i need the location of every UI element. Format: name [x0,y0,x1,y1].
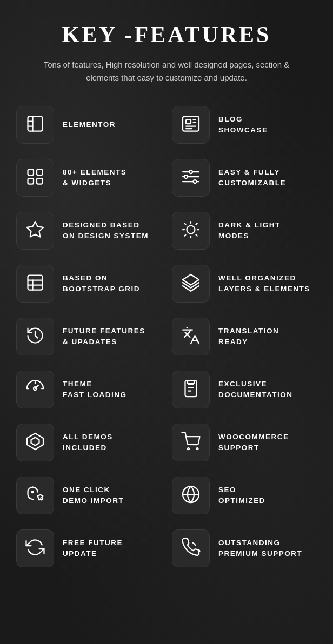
bootstrap-icon [25,273,45,294]
feature-item-customizable: EASY & FULLY CUSTOMIZABLE [172,159,317,197]
translation-icon [181,326,201,347]
layers-icon-box [172,265,210,303]
design-system-icon [25,220,45,242]
feature-item-all-demos: ALL DEMOS INCLUDED [16,424,161,461]
svg-point-49 [197,448,198,450]
all-demos-label: ALL DEMOS INCLUDED [63,432,113,454]
svg-marker-37 [183,274,199,285]
svg-point-50 [32,491,34,493]
svg-rect-0 [28,117,43,131]
blog-showcase-icon-box [172,106,210,144]
elementor-icon [25,114,45,136]
feature-item-woocommerce: WOOCOMMERCE SUPPORT [172,424,317,461]
customizable-icon [181,167,201,189]
documentation-label: EXCLUSIVE DOCUMENTATION [218,379,293,401]
feature-item-seo: SEO OPTIMIZED [172,477,317,514]
bootstrap-label: BASED ON BOOTSTRAP GRID [63,273,140,295]
features-grid: ELEMENTORBLOG SHOWCASE80+ ELEMENTS & WID… [16,106,317,567]
elementor-label: ELEMENTOR [63,119,116,130]
one-click-icon-box [16,477,54,514]
customizable-icon-box [172,159,210,197]
svg-rect-13 [37,178,43,184]
feature-item-elements-widgets: 80+ ELEMENTS & WIDGETS [16,159,161,197]
premium-support-icon [181,538,201,559]
svg-rect-41 [185,380,197,397]
one-click-label: ONE CLICK DEMO IMPORT [63,485,124,507]
feature-item-free-update: FREE FUTURE UPDATE [16,529,161,567]
feature-item-elementor: ELEMENTOR [16,106,161,144]
dark-light-icon-box [172,212,210,250]
svg-marker-23 [27,222,43,237]
page-header: KEY -FEATURES Tons of features, High res… [16,22,317,84]
feature-item-documentation: EXCLUSIVE DOCUMENTATION [172,371,317,408]
one-click-icon [25,485,45,506]
svg-rect-33 [28,276,43,290]
seo-icon [181,485,201,506]
dark-light-icon [181,220,201,242]
svg-line-31 [184,235,185,236]
dark-light-label: DARK & LIGHT MODES [218,220,281,242]
feature-item-blog-showcase: BLOG SHOWCASE [172,106,317,144]
feature-item-fast-loading: THEME FAST LOADING [16,371,161,408]
feature-item-design-system: DESIGNED BASED ON DESIGN SYSTEM [16,212,161,250]
svg-rect-5 [186,120,191,124]
feature-item-future-features: FUTURE FEATURES & UPADATES [16,318,161,355]
svg-marker-46 [27,433,43,450]
svg-line-28 [196,235,197,236]
woocommerce-icon [181,432,201,453]
documentation-icon-box [172,371,210,408]
layers-icon [181,273,201,294]
all-demos-icon-box [16,424,54,461]
future-features-icon [25,326,45,347]
documentation-icon [181,379,201,400]
blog-showcase-label: BLOG SHOWCASE [218,114,268,136]
blog-showcase-icon [181,114,201,136]
woocommerce-label: WOOCOMMERCE SUPPORT [218,432,289,454]
elements-widgets-icon [25,167,45,189]
feature-item-one-click: ONE CLICK DEMO IMPORT [16,477,161,514]
future-features-label: FUTURE FEATURES & UPADATES [63,326,145,348]
design-system-icon-box [16,212,54,250]
feature-item-bootstrap: BASED ON BOOTSTRAP GRID [16,265,161,303]
feature-item-layers: WELL ORGANIZED LAYERS & ELEMENTS [172,265,317,303]
svg-marker-47 [31,438,39,446]
feature-item-premium-support: OUTSTANDING PREMIUM SUPPORT [172,529,317,567]
translation-icon-box [172,318,210,355]
seo-icon-box [172,477,210,514]
premium-support-icon-box [172,529,210,567]
svg-rect-10 [28,170,34,176]
future-features-icon-box [16,318,54,355]
woocommerce-icon-box [172,424,210,461]
feature-item-translation: TRANSLATION READY [172,318,317,355]
customizable-label: EASY & FULLY CUSTOMIZABLE [218,167,286,189]
page-title: KEY -FEATURES [16,22,317,48]
free-update-label: FREE FUTURE UPDATE [63,538,123,560]
svg-rect-11 [37,170,43,176]
free-update-icon [25,538,45,559]
elementor-icon-box [16,106,54,144]
layers-label: WELL ORGANIZED LAYERS & ELEMENTS [218,273,310,295]
svg-rect-12 [28,178,34,184]
bootstrap-icon-box [16,265,54,303]
svg-line-27 [184,223,185,224]
fast-loading-label: THEME FAST LOADING [63,379,127,401]
design-system-label: DESIGNED BASED ON DESIGN SYSTEM [63,220,149,242]
svg-point-24 [187,226,195,234]
feature-item-dark-light: DARK & LIGHT MODES [172,212,317,250]
translation-label: TRANSLATION READY [218,326,279,348]
elements-widgets-label: 80+ ELEMENTS & WIDGETS [63,167,126,189]
fast-loading-icon [25,379,45,400]
seo-label: SEO OPTIMIZED [218,485,265,507]
svg-rect-45 [188,380,194,384]
all-demos-icon [25,432,45,453]
svg-line-32 [196,223,197,224]
elements-widgets-icon-box [16,159,54,197]
svg-point-48 [188,448,189,450]
free-update-icon-box [16,529,54,567]
svg-line-39 [35,336,38,338]
premium-support-label: OUTSTANDING PREMIUM SUPPORT [218,538,302,560]
page-subtitle: Tons of features, High resolution and we… [37,58,296,84]
fast-loading-icon-box [16,371,54,408]
